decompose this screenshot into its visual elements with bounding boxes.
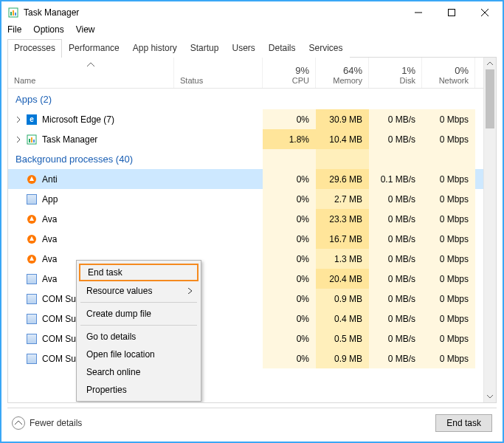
edge-icon: e [27, 114, 37, 125]
process-name: Ava [41, 274, 57, 284]
network-value: 0 Mbps [422, 309, 475, 329]
memory-value: 29.6 MB [316, 169, 369, 189]
cpu-value: 0% [263, 309, 316, 329]
tab-app-history[interactable]: App history [126, 39, 184, 58]
svg-rect-2 [13, 10, 14, 16]
col-header-status[interactable]: Status [174, 58, 263, 88]
memory-value: 16.7 MB [316, 229, 369, 249]
tab-users[interactable]: Users [225, 39, 261, 58]
close-button[interactable] [468, 2, 501, 23]
avast-icon [27, 214, 37, 224]
network-value: 0 Mbps [422, 129, 475, 149]
context-menu-item[interactable]: Go to details [79, 328, 199, 346]
context-menu-label: Search online [86, 367, 140, 377]
cpu-value: 0% [263, 169, 316, 189]
process-name: Microsoft Edge (7) [41, 114, 114, 125]
process-name: App [41, 194, 58, 205]
disk-value: 0 MB/s [369, 289, 422, 309]
generic-app-icon [27, 354, 37, 364]
vertical-scrollbar[interactable] [483, 58, 496, 402]
context-menu-item[interactable]: Resource values [79, 282, 199, 300]
process-name: Task Manager [41, 134, 97, 145]
footer: Fewer details End task [7, 408, 497, 437]
cpu-value: 0% [263, 289, 316, 309]
titlebar[interactable]: Task Manager [1, 1, 503, 24]
menu-view[interactable]: View [76, 24, 95, 35]
tab-details[interactable]: Details [262, 39, 303, 58]
network-value: 0 Mbps [422, 249, 475, 269]
generic-app-icon [27, 274, 37, 284]
memory-value: 10.4 MB [316, 129, 369, 149]
tab-processes[interactable]: Processes [7, 39, 62, 58]
context-menu-item[interactable]: End task [79, 264, 199, 281]
context-menu-label: Go to details [86, 332, 136, 342]
app-icon [7, 7, 19, 18]
process-row[interactable]: Ava0%16.7 MB0 MB/s0 Mbps [8, 229, 483, 249]
disk-value: 0 MB/s [369, 189, 422, 209]
col-header-disk[interactable]: 1% Disk [369, 58, 422, 88]
process-table-area: Name Status 9% CPU 64% Memory 1% Disk [7, 58, 497, 403]
disk-value: 0 MB/s [369, 309, 422, 329]
avast-icon [27, 234, 37, 244]
expand-arrow-icon[interactable] [14, 117, 23, 123]
process-name: Ava [41, 234, 57, 244]
menu-file[interactable]: File [7, 24, 21, 35]
task-manager-window: Task Manager File Options View Processes… [0, 0, 504, 443]
tab-performance[interactable]: Performance [62, 39, 126, 58]
process-row[interactable]: App0%2.7 MB0 MB/s0 Mbps [8, 189, 483, 209]
scroll-down-arrow-icon[interactable] [484, 391, 496, 402]
col-header-network[interactable]: 0% Network [422, 58, 475, 88]
svg-rect-9 [29, 139, 30, 142]
svg-rect-10 [31, 137, 32, 142]
context-menu-label: Resource values [86, 286, 152, 296]
col-header-name[interactable]: Name [8, 58, 174, 88]
maximize-button[interactable] [435, 2, 468, 23]
memory-value: 1.3 MB [316, 249, 369, 269]
context-menu-label: Properties [86, 385, 127, 395]
expand-arrow-icon[interactable] [14, 137, 23, 142]
tab-startup[interactable]: Startup [184, 39, 226, 58]
cpu-value: 0% [263, 229, 316, 249]
cpu-value: 0% [263, 209, 316, 229]
cpu-value: 0% [263, 269, 316, 289]
col-header-cpu[interactable]: 9% CPU [263, 58, 316, 88]
memory-value: 20.4 MB [316, 269, 369, 289]
menu-options[interactable]: Options [33, 24, 63, 35]
context-menu-item[interactable]: Open file location [79, 346, 199, 363]
cpu-value: 0% [263, 109, 316, 129]
memory-value: 0.9 MB [316, 348, 369, 368]
avast-icon [27, 174, 37, 185]
context-menu-label: End task [88, 267, 122, 278]
process-row[interactable]: Anti0%29.6 MB0.1 MB/s0 Mbps [8, 169, 483, 189]
minimize-button[interactable] [401, 2, 435, 23]
col-header-memory[interactable]: 64% Memory [316, 58, 369, 88]
apps-group-header[interactable]: Apps (2) [8, 89, 483, 109]
svg-rect-3 [15, 13, 16, 16]
context-menu-label: Create dump file [86, 309, 151, 319]
disk-value: 0 MB/s [369, 249, 422, 269]
fewer-details-toggle[interactable]: Fewer details [12, 416, 82, 430]
context-menu-item[interactable]: Create dump file [79, 305, 199, 323]
sort-caret-icon [87, 59, 94, 69]
scroll-up-arrow-icon[interactable] [484, 58, 496, 69]
chevron-up-icon [12, 416, 25, 430]
svg-rect-5 [448, 10, 455, 16]
scroll-thumb[interactable] [486, 69, 494, 128]
context-menu-item[interactable]: Search online [79, 363, 199, 381]
context-menu-item[interactable]: Properties [79, 381, 199, 399]
network-value: 0 Mbps [422, 348, 475, 368]
bg-group-header[interactable]: Background processes (40) [8, 149, 483, 169]
window-title: Task Manager [24, 7, 79, 18]
disk-value: 0 MB/s [369, 229, 422, 249]
column-headers: Name Status 9% CPU 64% Memory 1% Disk [8, 58, 483, 89]
network-value: 0 Mbps [422, 209, 475, 229]
generic-app-icon [27, 294, 37, 304]
memory-value: 0.9 MB [316, 289, 369, 309]
network-value: 0 Mbps [422, 169, 475, 189]
tab-services[interactable]: Services [303, 39, 350, 58]
process-row[interactable]: Task Manager1.8%10.4 MB0 MB/s0 Mbps [8, 129, 483, 149]
end-task-button[interactable]: End task [435, 414, 492, 432]
context-menu-separator [80, 325, 197, 326]
process-row[interactable]: Ava0%23.3 MB0 MB/s0 Mbps [8, 209, 483, 229]
process-row[interactable]: eMicrosoft Edge (7)0%30.9 MB0 MB/s0 Mbps [8, 109, 483, 129]
